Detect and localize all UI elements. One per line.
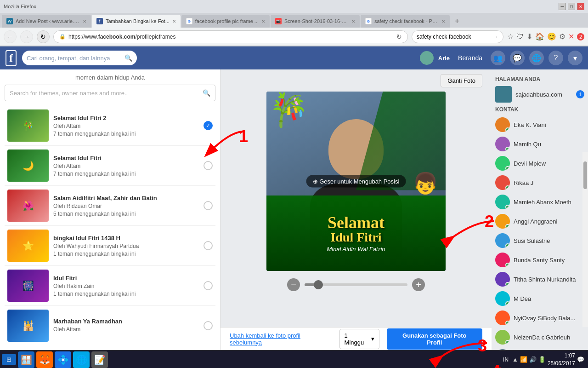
main-area: momen dalam hidup Anda 🔍 🎋 Selamat Idul … <box>0 69 588 350</box>
frame-item-0[interactable]: 🎋 Selamat Idul Fitri 2 Oleh Attam 7 tema… <box>5 106 215 146</box>
contact-item-0[interactable]: Eka K. Viani <box>495 116 584 133</box>
move-handle[interactable]: ⊕ Geser untuk Mengubah Posisi <box>306 175 406 188</box>
frame-item-4[interactable]: 🎆 Idul Fitri Oleh Hakim Zain 1 teman men… <box>5 266 215 306</box>
contact-item-7[interactable]: Bunda Santy Santy <box>495 252 584 268</box>
reload-button[interactable]: ↻ <box>37 30 50 43</box>
tab-close-1[interactable]: ✕ <box>172 19 176 24</box>
sidebar-page-item[interactable]: sajadahbusa.com 1 <box>495 86 584 103</box>
contact-item-10[interactable]: NyiOvay SiBody Bala... <box>495 310 584 326</box>
contact-item-5[interactable]: Anggi Anggraeni <box>495 213 584 230</box>
tab-2[interactable]: G facebook profile pic frame ... ✕ <box>181 15 270 28</box>
tab-close-4[interactable]: ✕ <box>441 19 445 24</box>
online-indicator-0 <box>505 127 510 132</box>
frame-thumbnail-0: 🎋 <box>7 109 49 142</box>
zoom-minus-button[interactable]: − <box>287 278 300 291</box>
frame-item-1[interactable]: 🌙 Selamat Idul Fitri Oleh Attam 7 teman … <box>5 146 215 186</box>
tab-close-2[interactable]: ✕ <box>261 19 265 24</box>
tab-close-0[interactable]: ✕ <box>83 19 86 24</box>
settings-icon[interactable]: ⚙ <box>559 32 565 41</box>
home-icon[interactable]: 🏠 <box>535 32 544 41</box>
taskbar-icon-1[interactable]: 🦊 <box>36 351 53 368</box>
facebook-search-input[interactable] <box>27 55 122 62</box>
facebook-search-button[interactable]: 🔍 <box>124 54 132 62</box>
tab-0[interactable]: W Add New Post ‹ www.arie.pro ... ✕ <box>2 15 91 28</box>
forward-button[interactable]: → <box>20 30 33 43</box>
new-tab-button[interactable]: + <box>451 15 464 28</box>
tab-1[interactable]: f Tambahkan Bingkai ke Fot... ✕ <box>92 15 181 28</box>
halaman-section-title: HALAMAN ANDA <box>495 76 584 82</box>
ganti-foto-button[interactable]: Ganti Foto <box>441 74 482 87</box>
contact-avatar-10 <box>495 310 510 325</box>
contact-name-10: NyiOvay SiBody Bala... <box>514 315 575 322</box>
browser-search-bar[interactable]: → <box>412 30 503 43</box>
friends-icon[interactable]: 👥 <box>491 51 505 65</box>
revert-link[interactable]: Ubah kembali ke foto profil sebelumnya <box>230 332 332 346</box>
zoom-plus-button[interactable]: + <box>412 278 425 291</box>
tab-favicon-2: G <box>186 18 192 24</box>
contact-avatar-9 <box>495 291 510 306</box>
browser-search-input[interactable] <box>417 34 491 40</box>
beranda-link[interactable]: Beranda <box>454 52 486 63</box>
contact-item-12[interactable]: Zahira <box>495 348 584 350</box>
frame-info-0: Selamat Idul Fitri 2 Oleh Attam 7 teman … <box>53 115 199 137</box>
frame-search-input[interactable] <box>10 90 203 97</box>
contact-item-1[interactable]: Mamih Qu <box>495 136 584 152</box>
scrollbar-thumb[interactable] <box>583 161 587 189</box>
shield-icon[interactable]: 🛡 <box>516 33 524 41</box>
taskbar-icon-2[interactable]: 💠 <box>55 351 71 368</box>
minimize-button[interactable]: ─ <box>559 3 566 10</box>
frame-item-3[interactable]: ⭐ bingkai Idul Fitri 1438 H Oleh Wahyudi… <box>5 226 215 266</box>
use-profile-button[interactable]: Gunakan sebagai Foto Profil <box>387 328 482 350</box>
download-icon[interactable]: ⬇ <box>526 32 532 41</box>
messenger-icon[interactable]: 💬 <box>510 51 525 65</box>
frame-radio-3[interactable] <box>204 241 213 250</box>
facebook-search-bar[interactable]: 🔍 <box>22 51 137 65</box>
taskbar-icon-4[interactable]: 📝 <box>91 351 108 368</box>
start-button[interactable]: ⊞ <box>2 354 16 365</box>
contact-item-8[interactable]: Titha Shinta Nurkandita <box>495 271 584 288</box>
frame-thumbnail-4: 🎆 <box>7 270 49 302</box>
tab-bar: W Add New Post ‹ www.arie.pro ... ✕ f Ta… <box>0 13 588 28</box>
tab-close-3[interactable]: ✕ <box>351 19 355 24</box>
help-icon[interactable]: ? <box>548 51 563 65</box>
contact-item-6[interactable]: Susi Sulastrie <box>495 232 584 249</box>
tab-label-3: Screen-Shot-2016-03-16-at... <box>284 18 349 24</box>
frame-search-bar[interactable]: 🔍 <box>5 85 215 101</box>
url-refresh-icon[interactable]: ↻ <box>396 33 402 40</box>
frame-item-5[interactable]: 🕌 Marhaban Ya Ramadhan Oleh Attam <box>5 306 215 345</box>
arrow-down-icon[interactable]: ▾ <box>568 51 582 65</box>
contact-name-3: Rikaa J <box>514 179 533 186</box>
frame-radio-5[interactable] <box>204 321 213 330</box>
contact-item-11[interactable]: NeizenDa c'Gabrieuh <box>495 329 584 345</box>
emoji-icon[interactable]: 😊 <box>547 32 556 41</box>
close-button[interactable]: ✕ <box>577 3 584 10</box>
frame-item-2[interactable]: 🌺 Salam Aidilfitri Maaf, Zahir dan Batin… <box>5 186 215 226</box>
duration-select[interactable]: 1 Minggu ▾ <box>339 329 379 349</box>
contact-item-4[interactable]: Mamieh Abanx Moeth <box>495 194 584 210</box>
tab-3[interactable]: 📷 Screen-Shot-2016-03-16-at... ✕ <box>271 15 360 28</box>
user-name[interactable]: Arie <box>438 55 450 62</box>
maximize-button[interactable]: □ <box>568 3 575 10</box>
url-bar[interactable]: 🔒 https://www.facebook.com/profilepicfra… <box>53 30 408 43</box>
taskbar-icon-3[interactable]: 🌐 <box>73 351 90 368</box>
tab-label-2: facebook profile pic frame ... <box>195 18 259 24</box>
zoom-slider[interactable] <box>305 283 407 286</box>
frame-radio-0[interactable]: ✓ <box>204 121 213 130</box>
frame-radio-2[interactable] <box>204 201 213 210</box>
contact-item-3[interactable]: Rikaa J <box>495 174 584 191</box>
bookmark-icon[interactable]: ☆ <box>507 32 514 41</box>
contact-item-9[interactable]: M Dea <box>495 290 584 307</box>
globe-icon[interactable]: 🌐 <box>529 51 544 65</box>
frame-radio-1[interactable] <box>204 161 213 170</box>
taskbar-icon-0[interactable]: 🪟 <box>18 351 34 368</box>
back-button[interactable]: ← <box>4 30 17 43</box>
user-avatar[interactable] <box>420 51 434 65</box>
contact-avatar-11 <box>495 330 510 345</box>
frame-usage-1: 7 teman menggunakan bingkai ini <box>53 171 199 177</box>
tab-4[interactable]: G safety check facebook - Pe... ✕ <box>361 15 450 28</box>
zoom-thumb[interactable] <box>314 280 323 289</box>
x-icon[interactable]: ✕ <box>568 32 574 41</box>
scrollbar-track <box>582 152 588 327</box>
frame-radio-4[interactable] <box>204 281 213 290</box>
contact-item-2[interactable]: Devii Mpiew <box>495 155 584 172</box>
